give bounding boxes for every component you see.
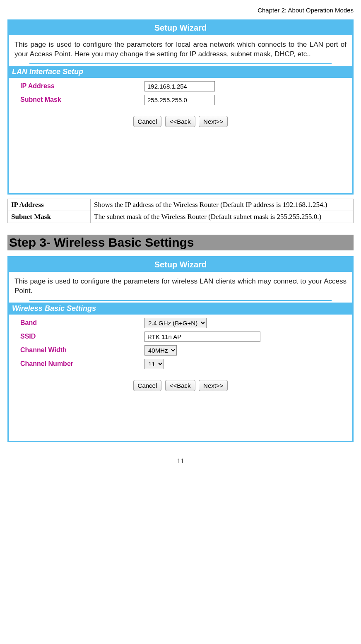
def-term: IP Address <box>8 199 91 211</box>
wizard2-section: Wireless Basic Settings <box>9 303 352 315</box>
def-term: Subnet Mask <box>8 211 91 223</box>
page-number: 11 <box>7 446 354 465</box>
wizard1-title: Setup Wizard <box>9 21 352 35</box>
channel-number-label: Channel Number <box>20 360 144 368</box>
table-row: IP Address Shows the IP address of the W… <box>8 199 354 211</box>
band-select[interactable]: 2.4 GHz (B+G+N) <box>144 318 207 328</box>
next-button[interactable]: Next>> <box>199 116 228 127</box>
subnet-mask-label: Subnet Mask <box>20 96 144 103</box>
def-desc: Shows the IP address of the Wireless Rou… <box>91 199 354 211</box>
wizard2-desc: This page is used to configure the param… <box>9 272 352 298</box>
step-heading: Step 3- Wireless Basic Settings <box>7 235 354 250</box>
next-button[interactable]: Next>> <box>199 380 228 391</box>
ip-address-label: IP Address <box>20 82 144 90</box>
divider <box>29 63 332 64</box>
definitions-table: IP Address Shows the IP address of the W… <box>7 199 354 223</box>
back-button[interactable]: <<Back <box>165 116 195 127</box>
wizard-wireless-box: Setup Wizard This page is used to config… <box>7 256 354 442</box>
table-row: Subnet Mask The subnet mask of the Wirel… <box>8 211 354 223</box>
cancel-button[interactable]: Cancel <box>133 380 162 391</box>
channel-number-select[interactable]: 11 <box>144 359 164 369</box>
ip-address-input[interactable] <box>144 81 215 91</box>
wizard2-title: Setup Wizard <box>9 257 352 272</box>
subnet-mask-input[interactable] <box>144 95 215 105</box>
band-label: Band <box>20 319 144 327</box>
ssid-label: SSID <box>20 333 144 340</box>
back-button[interactable]: <<Back <box>165 380 195 391</box>
chapter-header: Chapter 2: About Operation Modes <box>7 4 354 19</box>
ssid-input[interactable] <box>144 332 260 342</box>
wizard1-desc: This page is used to configure the param… <box>9 35 352 62</box>
cancel-button[interactable]: Cancel <box>133 116 162 127</box>
def-desc: The subnet mask of the Wireless Router (… <box>91 211 354 223</box>
channel-width-label: Channel Width <box>20 346 144 354</box>
wizard1-section: LAN Interface Setup <box>9 66 352 78</box>
wizard-lan-box: Setup Wizard This page is used to config… <box>7 19 354 195</box>
channel-width-select[interactable]: 40MHz <box>144 345 177 356</box>
divider <box>29 300 332 301</box>
